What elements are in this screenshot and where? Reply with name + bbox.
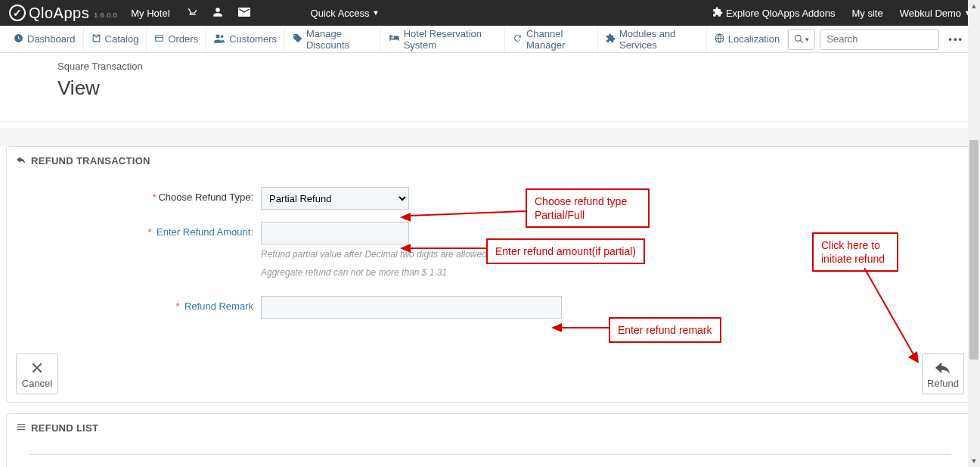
scroll-thumb[interactable]: [969, 140, 978, 360]
nav-orders-label: Orders: [168, 33, 198, 45]
close-icon: [29, 360, 45, 376]
puzzle-icon: [712, 7, 723, 20]
nav-channel[interactable]: Channel Manager: [505, 26, 598, 52]
svg-marker-10: [400, 244, 411, 253]
svg-point-2: [216, 34, 220, 38]
page-title: View: [57, 76, 974, 100]
breadcrumb: Square Transaction: [57, 61, 974, 72]
tag-icon: [293, 33, 302, 45]
addons-link[interactable]: Explore QloApps Addons: [712, 7, 836, 20]
nav-modules[interactable]: Modules and Services: [598, 26, 707, 52]
orders-icon: [154, 33, 164, 45]
mail-icon[interactable]: [238, 7, 250, 19]
refund-type-label: *Choose Refund Type:: [19, 187, 261, 203]
annotation-remark: Enter refund remark: [609, 317, 721, 343]
refund-panel-title: REFUND TRANSACTION: [31, 155, 150, 167]
quick-access-dropdown[interactable]: Quick Access ▼: [311, 8, 380, 19]
topbar-right: Explore QloApps Addons My site Webkul De…: [712, 7, 971, 20]
list-icon: [16, 422, 26, 434]
user-icon[interactable]: [212, 7, 223, 20]
caret-down-icon: ▾: [805, 36, 809, 43]
svg-rect-0: [156, 35, 163, 41]
refund-label: Refund: [927, 378, 959, 389]
scroll-down-icon[interactable]: ▼: [968, 455, 980, 467]
nav-hotel-label: Hotel Reservation System: [404, 28, 497, 51]
refund-transaction-panel: REFUND TRANSACTION *Choose Refund Type: …: [6, 146, 974, 403]
refund-remark-input[interactable]: [261, 296, 562, 319]
search-input[interactable]: [820, 29, 939, 50]
arrow-submit: [857, 266, 925, 365]
hotel-link[interactable]: My Hotel: [131, 8, 169, 19]
nav-discounts-label: Manage Discounts: [306, 28, 373, 51]
quick-access-label: Quick Access: [311, 8, 370, 19]
nav-dashboard[interactable]: Dashboard: [6, 26, 84, 52]
mysite-link[interactable]: My site: [852, 8, 883, 19]
nav-dashboard-label: Dashboard: [27, 33, 76, 45]
globe-icon: [715, 33, 724, 45]
user-label: Webkul Demo: [900, 8, 961, 19]
nav-catalog[interactable]: Catalog: [84, 26, 147, 52]
cancel-button[interactable]: Cancel: [16, 353, 58, 394]
user-dropdown[interactable]: Webkul Demo ▼: [900, 8, 971, 19]
refund-amount-label: * Enter Refund Amount:: [19, 222, 261, 238]
topbar: ✓ QloApps 1.6.0.0 My Hotel Quick Access …: [0, 0, 980, 26]
puzzle-icon: [606, 33, 616, 45]
brand-version: 1.6.0.0: [94, 11, 117, 19]
refund-remark-row: * Refund Remark: [19, 296, 961, 319]
svg-line-6: [800, 40, 802, 42]
nav-channel-label: Channel Manager: [526, 28, 590, 51]
catalog-icon: [91, 33, 101, 45]
more-button[interactable]: •••: [944, 33, 968, 45]
refund-panel-heading: REFUND TRANSACTION: [7, 147, 973, 175]
nav-customers[interactable]: Customers: [206, 26, 285, 52]
cart-icon[interactable]: [185, 7, 197, 20]
refund-list-title: REFUND LIST: [31, 422, 98, 434]
svg-marker-12: [551, 323, 562, 332]
navbar: Dashboard Catalog Orders Customers Manag…: [0, 26, 980, 53]
nav-catalog-label: Catalog: [105, 33, 139, 45]
annotation-amount: Enter refund amount(if partial): [486, 238, 645, 264]
svg-point-5: [795, 36, 802, 42]
refund-type-select[interactable]: Partial Refund: [261, 187, 409, 210]
scrollbar[interactable]: ▲ ▼: [968, 0, 980, 467]
bed-icon: [389, 33, 400, 45]
refund-list-panel: REFUND LIST: [6, 413, 974, 467]
refund-button[interactable]: Refund: [922, 353, 964, 394]
nav-right: ▾ •••: [788, 26, 974, 52]
svg-point-3: [221, 35, 224, 38]
content: REFUND TRANSACTION *Choose Refund Type: …: [0, 122, 980, 467]
refund-list-heading: REFUND LIST: [7, 414, 973, 442]
refund-panel-body: *Choose Refund Type: Partial Refund * En…: [7, 175, 973, 346]
svg-line-7: [409, 211, 526, 216]
refresh-icon: [513, 33, 523, 45]
nav-localization-label: Localization: [728, 33, 780, 45]
nav-discounts[interactable]: Manage Discounts: [285, 26, 381, 52]
scroll-up-icon[interactable]: ▲: [968, 0, 980, 12]
nav-customers-label: Customers: [229, 33, 277, 45]
arrow-remark: [551, 322, 612, 333]
refund-panel-footer: Cancel Refund: [7, 346, 973, 402]
arrow-type: [400, 207, 529, 222]
page-header: Square Transaction View: [0, 53, 980, 122]
nav-modules-label: Modules and Services: [619, 28, 699, 51]
svg-marker-8: [400, 213, 411, 222]
addons-label: Explore QloApps Addons: [726, 8, 836, 19]
customers-icon: [214, 33, 225, 45]
refund-amount-help2: Aggregate refund can not be more than $ …: [261, 267, 529, 278]
reply-icon: [16, 154, 26, 167]
logo-mark-icon: ✓: [9, 5, 26, 21]
nav-orders[interactable]: Orders: [147, 26, 206, 52]
nav-hotel[interactable]: Hotel Reservation System: [381, 26, 505, 52]
nav-localization[interactable]: Localization: [707, 26, 789, 52]
search-type-button[interactable]: ▾: [788, 29, 815, 50]
svg-line-13: [864, 268, 914, 356]
annotation-type: Choose refund type Partial/Full: [526, 188, 650, 228]
dashboard-icon: [14, 33, 23, 45]
arrow-amount: [400, 243, 489, 254]
brand-logo[interactable]: ✓ QloApps 1.6.0.0: [9, 5, 117, 22]
content-gap: [0, 128, 980, 146]
refund-amount-input[interactable]: [261, 222, 409, 244]
brand-name: QloApps: [29, 5, 89, 22]
search-icon: [794, 34, 804, 44]
cancel-label: Cancel: [22, 378, 52, 389]
